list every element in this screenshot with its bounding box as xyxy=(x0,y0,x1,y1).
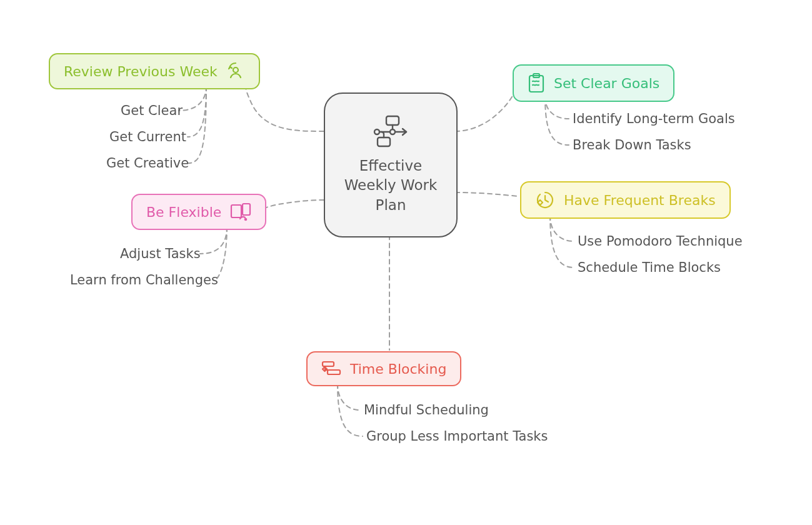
flexible-devices-icon xyxy=(230,202,251,221)
leaf-review-2: Get Creative xyxy=(106,156,189,171)
leaf-blocking-1: Group Less Important Tasks xyxy=(366,429,548,444)
leaf-blocking-0: Mindful Scheduling xyxy=(364,402,489,418)
svg-rect-6 xyxy=(243,204,250,215)
branch-flexible[interactable]: Be Flexible xyxy=(131,194,266,230)
branch-breaks-label: Have Frequent Breaks xyxy=(564,192,716,208)
blocking-bars-icon xyxy=(321,360,341,378)
svg-point-2 xyxy=(374,129,379,134)
leaf-goals-0: Identify Long-term Goals xyxy=(573,111,735,126)
branch-review-label: Review Previous Week xyxy=(64,64,218,79)
svg-rect-11 xyxy=(328,370,340,374)
mindmap-canvas: Effective Weekly Work Plan Review Previo… xyxy=(0,0,812,525)
leaf-review-0: Get Clear xyxy=(121,103,183,118)
goals-clipboard-icon xyxy=(528,73,545,93)
central-node[interactable]: Effective Weekly Work Plan xyxy=(324,92,458,238)
branch-breaks[interactable]: Have Frequent Breaks xyxy=(520,181,731,219)
branch-review[interactable]: Review Previous Week xyxy=(49,53,260,89)
svg-rect-0 xyxy=(386,116,399,125)
svg-point-4 xyxy=(233,68,238,72)
branch-blocking-label: Time Blocking xyxy=(350,361,446,377)
leaf-flexible-0: Adjust Tasks xyxy=(120,246,201,261)
review-person-icon xyxy=(226,62,245,81)
leaf-review-1: Get Current xyxy=(109,129,186,144)
central-title: Effective Weekly Work Plan xyxy=(341,156,441,214)
svg-point-7 xyxy=(245,219,246,220)
svg-rect-10 xyxy=(323,362,334,366)
branch-goals[interactable]: Set Clear Goals xyxy=(513,64,674,102)
leaf-flexible-1: Learn from Challenges xyxy=(70,272,218,288)
flowchart-icon xyxy=(369,115,413,149)
branch-blocking[interactable]: Time Blocking xyxy=(306,351,461,386)
breaks-clock-icon xyxy=(535,190,555,210)
leaf-goals-1: Break Down Tasks xyxy=(573,138,691,152)
branch-goals-label: Set Clear Goals xyxy=(554,76,659,91)
branch-flexible-label: Be Flexible xyxy=(146,204,221,220)
leaf-breaks-0: Use Pomodoro Technique xyxy=(578,234,743,249)
svg-rect-1 xyxy=(378,138,390,146)
svg-rect-5 xyxy=(231,205,241,218)
leaf-breaks-1: Schedule Time Blocks xyxy=(578,260,721,275)
